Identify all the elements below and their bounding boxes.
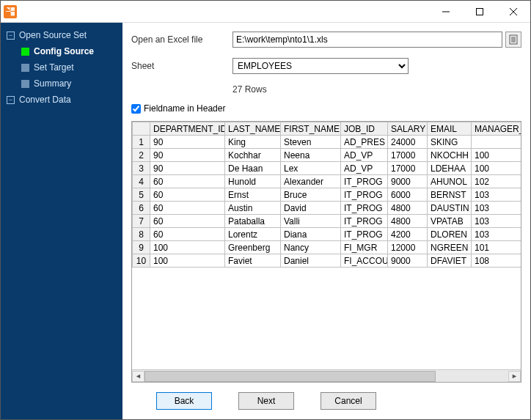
table-cell[interactable]: Valli	[281, 215, 341, 228]
table-cell[interactable]: FI_MGR	[341, 241, 388, 254]
column-header[interactable]: SALARY	[388, 122, 428, 136]
table-cell[interactable]: 90	[150, 136, 225, 149]
table-cell[interactable]: BERNST	[428, 188, 472, 202]
table-row[interactable]: 860LorentzDianaIT_PROG4200DLOREN103	[133, 228, 521, 241]
table-cell[interactable]: 4200	[388, 228, 428, 241]
table-cell[interactable]: Ernst	[225, 188, 281, 202]
table-cell[interactable]: Austin	[225, 202, 281, 215]
minimize-button[interactable]	[429, 1, 463, 23]
sidebar-item-summary[interactable]: Summary	[1, 75, 122, 92]
table-cell[interactable]: Alexander	[281, 175, 341, 188]
table-cell[interactable]: 102	[472, 175, 521, 188]
table-row[interactable]: 290KochharNeenaAD_VP17000NKOCHH100	[133, 149, 521, 162]
table-cell[interactable]: LDEHAA	[428, 162, 472, 175]
table-cell[interactable]: 24000	[388, 136, 428, 149]
table-cell[interactable]: 90	[150, 149, 225, 162]
table-cell[interactable]: AHUNOL	[428, 175, 472, 188]
table-row[interactable]: 390De HaanLexAD_VP17000LDEHAA100	[133, 162, 521, 175]
table-row[interactable]: 660AustinDavidIT_PROG4800DAUSTIN103	[133, 202, 521, 215]
table-cell[interactable]: 9000	[388, 254, 428, 268]
table-cell[interactable]: Diana	[281, 228, 341, 241]
table-cell[interactable]: 103	[472, 228, 521, 241]
column-header[interactable]: FIRST_NAME	[281, 122, 341, 136]
table-cell[interactable]: 60	[150, 228, 225, 241]
table-cell[interactable]: AD_VP	[341, 149, 388, 162]
table-cell[interactable]: 60	[150, 175, 225, 188]
table-cell[interactable]: IT_PROG	[341, 215, 388, 228]
table-cell[interactable]: SKING	[428, 136, 472, 149]
back-button[interactable]: Back	[156, 392, 212, 410]
column-header[interactable]: JOB_ID	[341, 122, 388, 136]
table-cell[interactable]: DLOREN	[428, 228, 472, 241]
table-cell[interactable]: AD_VP	[341, 162, 388, 175]
table-cell[interactable]: 100	[472, 162, 521, 175]
scroll-thumb[interactable]	[144, 371, 436, 382]
table-cell[interactable]: IT_PROG	[341, 228, 388, 241]
table-cell[interactable]: Greenberg	[225, 241, 281, 254]
scroll-track[interactable]	[144, 371, 508, 382]
table-cell[interactable]: FI_ACCOU	[341, 254, 388, 268]
table-cell[interactable]: 60	[150, 188, 225, 202]
table-cell[interactable]: 12000	[388, 241, 428, 254]
table-cell[interactable]: 100	[150, 254, 225, 268]
next-button[interactable]: Next	[238, 392, 294, 410]
table-row[interactable]: 460HunoldAlexanderIT_PROG9000AHUNOL102	[133, 175, 521, 188]
table-cell[interactable]	[472, 136, 521, 149]
table-cell[interactable]: Kochhar	[225, 149, 281, 162]
table-cell[interactable]: King	[225, 136, 281, 149]
table-row[interactable]: 9100GreenbergNancyFI_MGR12000NGREEN101	[133, 241, 521, 254]
table-cell[interactable]: 103	[472, 202, 521, 215]
sidebar-item-set-target[interactable]: Set Target	[1, 59, 122, 75]
table-cell[interactable]: VPATAB	[428, 215, 472, 228]
table-cell[interactable]: Neena	[281, 149, 341, 162]
sidebar-item-config-source[interactable]: Config Source	[1, 43, 122, 59]
table-cell[interactable]: AD_PRES	[341, 136, 388, 149]
table-cell[interactable]: 100	[150, 241, 225, 254]
table-cell[interactable]: 108	[472, 254, 521, 268]
field-header-checkbox[interactable]	[131, 104, 141, 114]
table-cell[interactable]: IT_PROG	[341, 188, 388, 202]
table-row[interactable]: 10100FavietDanielFI_ACCOU9000DFAVIET108	[133, 254, 521, 268]
table-cell[interactable]: De Haan	[225, 162, 281, 175]
column-header[interactable]: LAST_NAME	[225, 122, 281, 136]
column-header[interactable]: EMAIL	[428, 122, 472, 136]
sheet-select[interactable]: EMPLOYEES	[232, 58, 409, 74]
table-cell[interactable]: 60	[150, 215, 225, 228]
table-cell[interactable]: 90	[150, 162, 225, 175]
tree-toggle-icon[interactable]: −	[7, 32, 15, 40]
tree-toggle-icon[interactable]: −	[7, 96, 15, 104]
horizontal-scrollbar[interactable]: ◄ ►	[132, 369, 521, 382]
table-cell[interactable]: NGREEN	[428, 241, 472, 254]
table-cell[interactable]: 101	[472, 241, 521, 254]
table-row[interactable]: 760PataballaValliIT_PROG4800VPATAB103	[133, 215, 521, 228]
table-cell[interactable]: Lorentz	[225, 228, 281, 241]
table-cell[interactable]: 103	[472, 215, 521, 228]
table-cell[interactable]: Steven	[281, 136, 341, 149]
table-cell[interactable]: Faviet	[225, 254, 281, 268]
column-header[interactable]: DEPARTMENT_ID	[150, 122, 225, 136]
table-cell[interactable]: 6000	[388, 188, 428, 202]
table-cell[interactable]: 17000	[388, 149, 428, 162]
table-cell[interactable]: 60	[150, 202, 225, 215]
table-cell[interactable]: IT_PROG	[341, 175, 388, 188]
table-cell[interactable]: 9000	[388, 175, 428, 188]
table-cell[interactable]: Bruce	[281, 188, 341, 202]
table-cell[interactable]: Hunold	[225, 175, 281, 188]
table-cell[interactable]: DFAVIET	[428, 254, 472, 268]
table-cell[interactable]: Lex	[281, 162, 341, 175]
table-cell[interactable]: 103	[472, 188, 521, 202]
cancel-button[interactable]: Cancel	[321, 392, 376, 410]
file-path-input[interactable]	[232, 32, 502, 48]
column-header[interactable]: MANAGER_ID	[472, 122, 521, 136]
table-cell[interactable]: 100	[472, 149, 521, 162]
table-cell[interactable]: IT_PROG	[341, 202, 388, 215]
table-cell[interactable]: DAUSTIN	[428, 202, 472, 215]
table-cell[interactable]: Daniel	[281, 254, 341, 268]
maximize-button[interactable]	[463, 1, 497, 23]
table-cell[interactable]: 4800	[388, 202, 428, 215]
scroll-right-arrow[interactable]: ►	[508, 371, 521, 382]
table-cell[interactable]: David	[281, 202, 341, 215]
table-cell[interactable]: 4800	[388, 215, 428, 228]
table-row[interactable]: 190KingStevenAD_PRES24000SKING	[133, 136, 521, 149]
table-cell[interactable]: Pataballa	[225, 215, 281, 228]
